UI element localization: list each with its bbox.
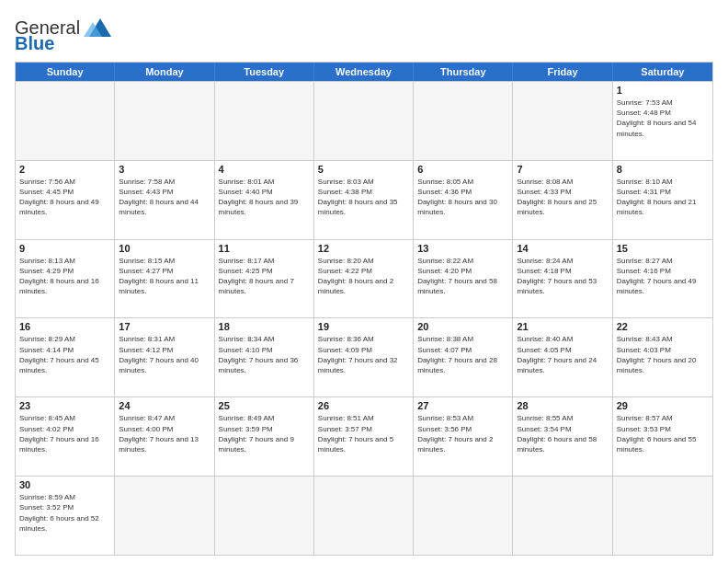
day-of-week-thursday: Thursday (414, 63, 513, 81)
cell-info: Sunrise: 8:01 AM Sunset: 4:40 PM Dayligh… (219, 177, 310, 218)
day-number: 12 (318, 243, 409, 254)
cal-cell: 18Sunrise: 8:34 AM Sunset: 4:10 PM Dayli… (215, 318, 314, 396)
cal-cell: 7Sunrise: 8:08 AM Sunset: 4:33 PM Daylig… (513, 161, 612, 239)
week-row-3: 16Sunrise: 8:29 AM Sunset: 4:14 PM Dayli… (16, 317, 712, 396)
cal-cell (513, 477, 612, 555)
week-row-0: 1Sunrise: 7:53 AM Sunset: 4:48 PM Daylig… (16, 81, 712, 160)
week-row-2: 9Sunrise: 8:13 AM Sunset: 4:29 PM Daylig… (16, 239, 712, 318)
cell-info: Sunrise: 8:22 AM Sunset: 4:20 PM Dayligh… (417, 256, 508, 297)
day-number: 19 (318, 321, 409, 332)
cal-cell: 11Sunrise: 8:17 AM Sunset: 4:25 PM Dayli… (215, 240, 314, 318)
cal-cell: 29Sunrise: 8:57 AM Sunset: 3:53 PM Dayli… (613, 397, 712, 476)
cal-cell: 20Sunrise: 8:38 AM Sunset: 4:07 PM Dayli… (414, 318, 513, 396)
cal-cell: 30Sunrise: 8:59 AM Sunset: 3:52 PM Dayli… (16, 477, 115, 555)
cell-info: Sunrise: 8:13 AM Sunset: 4:29 PM Dayligh… (19, 256, 110, 297)
day-of-week-wednesday: Wednesday (314, 63, 414, 81)
cell-info: Sunrise: 8:29 AM Sunset: 4:14 PM Dayligh… (19, 334, 110, 375)
cal-cell (215, 82, 314, 160)
cal-cell: 16Sunrise: 8:29 AM Sunset: 4:14 PM Dayli… (16, 318, 115, 396)
cell-info: Sunrise: 8:36 AM Sunset: 4:09 PM Dayligh… (318, 334, 409, 375)
cal-cell: 8Sunrise: 8:10 AM Sunset: 4:31 PM Daylig… (613, 161, 712, 239)
cell-info: Sunrise: 8:24 AM Sunset: 4:18 PM Dayligh… (517, 256, 608, 297)
day-of-week-tuesday: Tuesday (215, 63, 314, 81)
calendar: SundayMondayTuesdayWednesdayThursdayFrid… (15, 62, 713, 556)
cell-info: Sunrise: 8:40 AM Sunset: 4:05 PM Dayligh… (517, 334, 608, 375)
cell-info: Sunrise: 7:56 AM Sunset: 4:45 PM Dayligh… (19, 177, 110, 218)
day-of-week-sunday: Sunday (16, 63, 115, 81)
cell-info: Sunrise: 8:53 AM Sunset: 3:56 PM Dayligh… (417, 413, 508, 454)
cell-info: Sunrise: 8:38 AM Sunset: 4:07 PM Dayligh… (417, 334, 508, 375)
cal-cell (314, 82, 414, 160)
cell-info: Sunrise: 8:27 AM Sunset: 4:16 PM Dayligh… (617, 256, 709, 297)
day-number: 30 (19, 479, 110, 490)
day-number: 25 (219, 400, 310, 411)
cell-info: Sunrise: 8:31 AM Sunset: 4:12 PM Dayligh… (119, 334, 210, 375)
day-number: 24 (119, 400, 210, 411)
cell-info: Sunrise: 8:10 AM Sunset: 4:31 PM Dayligh… (617, 177, 709, 218)
cal-cell: 19Sunrise: 8:36 AM Sunset: 4:09 PM Dayli… (314, 318, 414, 396)
logo-icon (80, 15, 115, 40)
cal-cell: 2Sunrise: 7:56 AM Sunset: 4:45 PM Daylig… (16, 161, 115, 239)
cal-cell (613, 477, 712, 555)
day-number: 15 (617, 243, 709, 254)
cal-cell: 25Sunrise: 8:49 AM Sunset: 3:59 PM Dayli… (215, 397, 314, 476)
cal-cell (215, 477, 314, 555)
cal-cell: 5Sunrise: 8:03 AM Sunset: 4:38 PM Daylig… (314, 161, 414, 239)
cell-info: Sunrise: 8:15 AM Sunset: 4:27 PM Dayligh… (119, 256, 210, 297)
day-number: 28 (517, 400, 608, 411)
week-row-4: 23Sunrise: 8:45 AM Sunset: 4:02 PM Dayli… (16, 396, 712, 476)
cell-info: Sunrise: 8:05 AM Sunset: 4:36 PM Dayligh… (417, 177, 508, 218)
cal-cell: 23Sunrise: 8:45 AM Sunset: 4:02 PM Dayli… (16, 397, 115, 476)
day-number: 1 (617, 85, 709, 96)
cal-cell: 4Sunrise: 8:01 AM Sunset: 4:40 PM Daylig… (215, 161, 314, 239)
cell-info: Sunrise: 8:51 AM Sunset: 3:57 PM Dayligh… (318, 413, 409, 454)
day-number: 6 (417, 164, 508, 175)
day-number: 22 (617, 321, 709, 332)
cal-cell (16, 82, 115, 160)
cell-info: Sunrise: 8:03 AM Sunset: 4:38 PM Dayligh… (318, 177, 409, 218)
cal-cell (414, 82, 513, 160)
day-number: 21 (517, 321, 608, 332)
day-number: 17 (119, 321, 210, 332)
cal-cell: 9Sunrise: 8:13 AM Sunset: 4:29 PM Daylig… (16, 240, 115, 318)
day-of-week-saturday: Saturday (613, 63, 712, 81)
cell-info: Sunrise: 7:58 AM Sunset: 4:43 PM Dayligh… (119, 177, 210, 218)
day-number: 5 (318, 164, 409, 175)
day-number: 11 (219, 243, 310, 254)
cal-cell: 6Sunrise: 8:05 AM Sunset: 4:36 PM Daylig… (414, 161, 513, 239)
cell-info: Sunrise: 8:43 AM Sunset: 4:03 PM Dayligh… (617, 334, 709, 375)
cal-cell (314, 477, 414, 555)
calendar-header: SundayMondayTuesdayWednesdayThursdayFrid… (16, 63, 712, 81)
cal-cell: 17Sunrise: 8:31 AM Sunset: 4:12 PM Dayli… (115, 318, 214, 396)
cal-cell (115, 477, 214, 555)
day-of-week-friday: Friday (513, 63, 612, 81)
day-number: 4 (219, 164, 310, 175)
day-number: 9 (19, 243, 110, 254)
cal-cell: 24Sunrise: 8:47 AM Sunset: 4:00 PM Dayli… (115, 397, 214, 476)
cal-cell: 10Sunrise: 8:15 AM Sunset: 4:27 PM Dayli… (115, 240, 214, 318)
day-number: 27 (417, 400, 508, 411)
day-number: 23 (19, 400, 110, 411)
cell-info: Sunrise: 8:34 AM Sunset: 4:10 PM Dayligh… (219, 334, 310, 375)
cell-info: Sunrise: 8:20 AM Sunset: 4:22 PM Dayligh… (318, 256, 409, 297)
cal-cell: 26Sunrise: 8:51 AM Sunset: 3:57 PM Dayli… (314, 397, 414, 476)
day-number: 2 (19, 164, 110, 175)
day-number: 20 (417, 321, 508, 332)
day-number: 29 (617, 400, 709, 411)
logo-blue: Blue (15, 33, 54, 54)
cal-cell (115, 82, 214, 160)
day-of-week-monday: Monday (115, 63, 214, 81)
cell-info: Sunrise: 7:53 AM Sunset: 4:48 PM Dayligh… (617, 98, 709, 139)
day-number: 10 (119, 243, 210, 254)
day-number: 26 (318, 400, 409, 411)
day-number: 16 (19, 321, 110, 332)
cal-cell: 3Sunrise: 7:58 AM Sunset: 4:43 PM Daylig… (115, 161, 214, 239)
cal-cell: 28Sunrise: 8:55 AM Sunset: 3:54 PM Dayli… (513, 397, 612, 476)
cal-cell (513, 82, 612, 160)
header: General Blue (15, 15, 713, 54)
cell-info: Sunrise: 8:55 AM Sunset: 3:54 PM Dayligh… (517, 413, 608, 454)
cal-cell (414, 477, 513, 555)
cell-info: Sunrise: 8:45 AM Sunset: 4:02 PM Dayligh… (19, 413, 110, 454)
week-row-5: 30Sunrise: 8:59 AM Sunset: 3:52 PM Dayli… (16, 476, 712, 555)
day-number: 18 (219, 321, 310, 332)
